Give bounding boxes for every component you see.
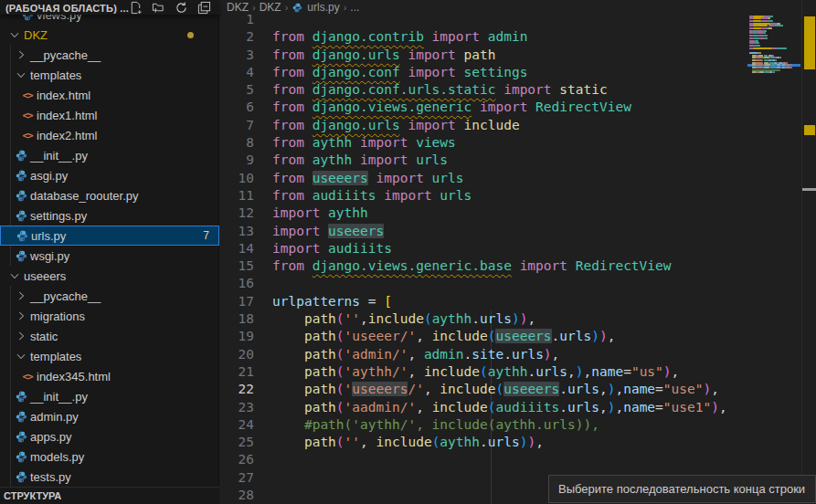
tree-item-label: wsgi.py bbox=[30, 249, 69, 263]
chevron-down-icon bbox=[14, 350, 28, 362]
tree-folder-templates[interactable]: templates bbox=[0, 346, 219, 366]
tree-file--init-py[interactable]: __init__.py bbox=[0, 145, 219, 165]
code-line-13[interactable]: 13import useeers bbox=[220, 223, 816, 240]
minimap-line bbox=[769, 16, 773, 17]
tree-folder-templates[interactable]: templates bbox=[0, 65, 219, 85]
tree-file-admin-py[interactable]: admin.py bbox=[0, 406, 219, 426]
tree-file-apps-py[interactable]: apps.py bbox=[0, 426, 219, 446]
tree-item-label: static bbox=[30, 330, 58, 343]
line-content: from django.urls import path bbox=[254, 47, 495, 64]
code-line-16[interactable]: 16 bbox=[220, 275, 816, 292]
line-content: urlpatterns = [ bbox=[254, 293, 392, 310]
line-content: path('admin/', admin.site.urls), bbox=[254, 346, 559, 363]
code-line-2[interactable]: 2from django.contrib import admin bbox=[220, 28, 816, 46]
collapse-all-icon[interactable] bbox=[197, 1, 211, 15]
tree-folder--pycache-[interactable]: __pycache__ bbox=[0, 45, 219, 65]
minimap-line bbox=[772, 47, 779, 49]
tree-item-label: admin.py bbox=[30, 410, 79, 424]
code-line-9[interactable]: 9from aythh import urls bbox=[220, 152, 816, 169]
minimap-line bbox=[755, 40, 758, 42]
code-line-14[interactable]: 14import audiiits bbox=[220, 240, 816, 257]
code-line-7[interactable]: 7from django.urls import include bbox=[220, 117, 816, 134]
tree-folder-static[interactable]: static bbox=[0, 326, 219, 346]
code-line-12[interactable]: 12import aythh bbox=[220, 205, 816, 222]
minimap-line bbox=[777, 23, 781, 25]
tree-folder-migrations[interactable]: migrations bbox=[0, 306, 219, 326]
breadcrumb-separator: › bbox=[285, 2, 289, 13]
line-content: from useeers import urls bbox=[254, 170, 464, 187]
tree-file-index345-html[interactable]: <>index345.html bbox=[0, 366, 219, 386]
breadcrumb-item[interactable]: urls.py bbox=[307, 1, 339, 14]
breadcrumb-item[interactable]: DKZ bbox=[260, 1, 281, 14]
tree-item-label: index2.html bbox=[37, 129, 97, 142]
line-number: 21 bbox=[220, 363, 254, 381]
minimap-line bbox=[758, 35, 765, 37]
tree-file-index1-html[interactable]: <>index1.html bbox=[0, 105, 219, 125]
code-line-11[interactable]: 11from audiiits import urls bbox=[220, 187, 816, 205]
line-number: 17 bbox=[220, 293, 254, 310]
minimap-line bbox=[755, 45, 761, 47]
tree-file-tests-py[interactable]: tests.py bbox=[0, 467, 219, 487]
tree-item-label: index.html bbox=[37, 89, 90, 102]
tree-item-label: asgi.py bbox=[30, 169, 68, 183]
code-line-8[interactable]: 8from aythh import views bbox=[220, 134, 816, 152]
tree-file-asgi-py[interactable]: asgi.py bbox=[0, 165, 219, 185]
code-line-17[interactable]: 17urlpatterns = [ bbox=[220, 293, 816, 310]
minimap-line bbox=[778, 47, 787, 49]
code-line-3[interactable]: 3from django.urls import path bbox=[220, 47, 816, 64]
code-line-20[interactable]: 20 path('admin/', admin.site.urls), bbox=[220, 346, 816, 363]
minimap[interactable] bbox=[747, 0, 800, 504]
code-line-18[interactable]: 18 path('',include(aythh.urls)), bbox=[220, 310, 816, 328]
tree-file-database-roouter-py[interactable]: database_roouter.py bbox=[0, 185, 219, 205]
line-number: 3 bbox=[220, 47, 254, 64]
chevron-down-icon bbox=[7, 269, 22, 282]
outline-section-header[interactable]: СТРУКТУРА bbox=[0, 487, 219, 504]
line-number: 26 bbox=[220, 451, 254, 468]
line-number: 8 bbox=[220, 134, 254, 152]
explorer-section-header[interactable]: (РАБОЧАЯ ОБЛАСТЬ) ... bbox=[0, 0, 219, 15]
code-line-6[interactable]: 6from django.views.generic import Redire… bbox=[220, 99, 816, 116]
tree-file-urls-py[interactable]: urls.py7 bbox=[0, 226, 219, 246]
tree-folder-dkz[interactable]: DKZ bbox=[0, 25, 219, 45]
python-file-icon bbox=[14, 471, 28, 483]
new-file-icon[interactable] bbox=[129, 1, 143, 15]
tree-item-label: __init__.py bbox=[30, 390, 88, 404]
python-file-icon bbox=[14, 431, 28, 443]
minimap-line bbox=[770, 57, 776, 58]
code-line-10[interactable]: 10from useeers import urls bbox=[220, 170, 816, 187]
tree-folder--pycache-[interactable]: __pycache__ bbox=[0, 286, 219, 306]
code-line-26[interactable]: 26 bbox=[220, 451, 816, 468]
code-line-4[interactable]: 4from django.conf import settings bbox=[220, 64, 816, 81]
code-line-21[interactable]: 21 path('aythh/', include(aythh.urls,),n… bbox=[220, 363, 816, 381]
tree-file-index-html[interactable]: <>index.html bbox=[0, 85, 219, 105]
minimap-line bbox=[765, 37, 768, 39]
line-content bbox=[254, 451, 272, 468]
tree-file-index2-html[interactable]: <>index2.html bbox=[0, 125, 219, 145]
line-number: 6 bbox=[220, 99, 254, 116]
tree-file-settings-py[interactable]: settings.py bbox=[0, 205, 219, 226]
tree-file-models-py[interactable]: models.py bbox=[0, 446, 219, 467]
tree-file-wsgi-py[interactable]: wsgi.py bbox=[0, 246, 219, 266]
line-number: 22 bbox=[220, 381, 254, 398]
code-line-23[interactable]: 23 path('aadmin/', include(audiiits.urls… bbox=[220, 399, 816, 416]
breadcrumb-item[interactable]: ... bbox=[350, 1, 359, 14]
code-line-15[interactable]: 15from django.views.generic.base import … bbox=[220, 257, 816, 275]
tree-item-label: index345.html bbox=[37, 370, 111, 383]
editor-pane[interactable]: DKZ›DKZ›urls.py›... 12from django.contri… bbox=[220, 0, 816, 504]
code-line-22[interactable]: 22 path('useeers/', include(useeers.urls… bbox=[220, 381, 816, 398]
code-line-19[interactable]: 19 path('useeer/', include(useeers.urls)… bbox=[220, 328, 816, 345]
tree-file--init-py[interactable]: __init__.py bbox=[0, 386, 219, 406]
refresh-icon[interactable] bbox=[175, 1, 188, 15]
line-content: path('useeer/', include(useeers.urls)), bbox=[254, 328, 615, 345]
new-folder-icon[interactable] bbox=[152, 1, 165, 15]
line-number: 18 bbox=[220, 310, 254, 328]
code-line-5[interactable]: 5from django.conf.urls.static import sta… bbox=[220, 81, 816, 99]
code-line-25[interactable]: 25 path('', include(aythh.urls)), bbox=[220, 434, 816, 451]
code-lines: 12from django.contrib import admin3from … bbox=[220, 11, 816, 504]
line-number: 24 bbox=[220, 416, 254, 434]
tree-folder-useeers[interactable]: useeers bbox=[0, 266, 219, 286]
code-line-24[interactable]: 24 #path('aythh/', include(aythh.urls)), bbox=[220, 416, 816, 434]
breadcrumb-item[interactable]: DKZ bbox=[227, 1, 249, 14]
minimap-line bbox=[753, 16, 764, 17]
line-content: path('aadmin/', include(audiiits.urls,),… bbox=[254, 399, 727, 416]
